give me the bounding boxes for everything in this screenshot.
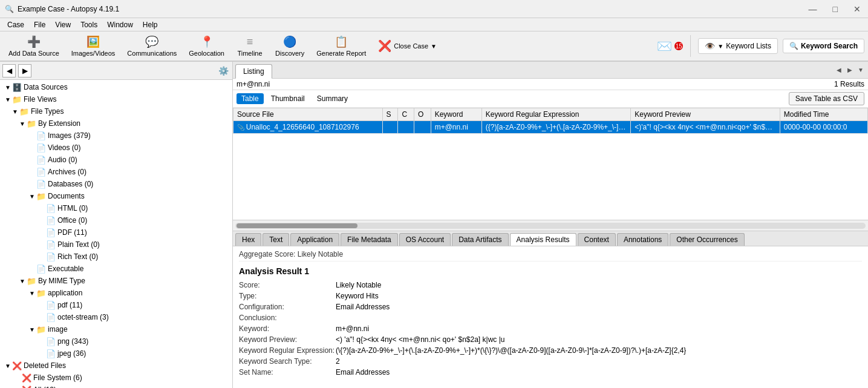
tree-item-png[interactable]: 📄 png (343) [0,335,232,347]
generate-report-button[interactable]: 📋 Generate Report [312,34,371,58]
tree-item-image[interactable]: ▼ 📁 image [0,323,232,335]
tree-item-office[interactable]: 📄 Office (0) [0,214,232,226]
tree-item-file-views[interactable]: ▼ 📁 File Views [0,93,232,105]
menu-case[interactable]: Case [2,21,29,29]
menu-view[interactable]: View [50,21,76,29]
tab-scroll-left[interactable]: ◀ [834,65,844,75]
tree-item-audio[interactable]: 📄 Audio (0) [0,154,232,166]
tree-item-app-pdf[interactable]: 📄 pdf (11) [0,299,232,311]
nav-forward-button[interactable]: ▶ [18,64,31,77]
menu-window[interactable]: Window [102,21,138,29]
expand-arrow: ▼ [29,326,36,333]
title-bar-controls: — □ ✕ [806,4,863,14]
tree-item-file-types[interactable]: ▼ 📁 File Types [0,105,232,117]
btab-other-occurrences[interactable]: Other Occurrences [670,233,744,246]
btab-text[interactable]: Text [263,233,289,246]
settings-button[interactable]: ⚙️ [217,64,230,77]
scroll-thumb[interactable] [237,223,357,228]
tree-item-by-extension[interactable]: ▼ 📁 By Extension [0,117,232,130]
subtab-table[interactable]: Table [237,93,264,104]
regex-label: Keyword Regular Expression: [239,346,336,355]
tree-item-application[interactable]: ▼ 📁 application [0,287,232,299]
close-button[interactable]: ✕ [851,4,863,14]
tree-item-file-system[interactable]: ❌ File System (6) [0,372,232,384]
communications-button[interactable]: 💬 Communications [122,34,181,58]
table-row[interactable]: 📎 Unalloc_4_12656640_1087102976m+@nn.ni(… [233,121,868,134]
tab-dropdown[interactable]: ▼ [856,65,866,75]
menu-file[interactable]: File [29,21,50,29]
title-bar-left: 🔍 Example Case - Autopsy 4.19.1 [5,5,119,13]
set-name-value: Email Addresses [336,368,390,376]
menu-help[interactable]: Help [138,21,163,29]
btab-file-metadata[interactable]: File Metadata [341,233,398,246]
maximize-button[interactable]: □ [830,4,840,14]
tree-item-all-deleted[interactable]: ❌ All (12) [0,384,232,388]
keyword-search-button[interactable]: 🔍 Keyword Search [783,39,864,53]
btab-os-account[interactable]: OS Account [399,233,451,246]
tab-listing[interactable]: Listing [235,64,272,79]
folder-icon: 📁 [12,95,22,104]
tree-item-data-sources[interactable]: ▼ 🗄️ Data Sources [0,81,232,93]
table-body: 📎 Unalloc_4_12656640_1087102976m+@nn.ni(… [233,121,868,134]
tree-item-videos[interactable]: 📄 Videos (0) [0,142,232,154]
score-label: Score: [239,281,336,289]
analysis-search-type-row: Keyword Search Type: 2 [239,357,862,366]
expand-arrow: ▼ [12,108,19,115]
discovery-icon: 🔵 [283,35,296,48]
btab-data-artifacts[interactable]: Data Artifacts [452,233,508,246]
file-tree: ▼ 🗄️ Data Sources ▼ 📁 File Views ▼ 📁 Fil… [0,80,232,388]
file-icon: 📄 [46,216,56,225]
communications-label: Communications [127,50,177,57]
deleted-file-icon: ❌ [22,373,31,383]
tab-scroll-right[interactable]: ▶ [845,65,855,75]
images-videos-button[interactable]: 🖼️ Images/Videos [67,34,120,58]
nav-back-button[interactable]: ◀ [2,64,16,77]
menu-tools[interactable]: Tools [76,21,102,29]
tree-item-databases[interactable]: 📄 Databases (0) [0,178,232,190]
left-toolbar: ◀ ▶ ⚙️ [0,62,232,80]
close-case-dropdown-icon[interactable]: ▼ [431,43,437,50]
keyword-value: m+@nn.ni [336,324,369,333]
tree-item-octet-stream[interactable]: 📄 octet-stream (3) [0,311,232,323]
horizontal-scrollbar[interactable] [233,220,868,231]
listing-header: m+@nn.ni 1 Results [233,79,868,90]
dropdown-icon: ▼ [717,43,723,50]
table-scroll[interactable]: Source File S C O Keyword Keyword Regula… [233,108,868,220]
tree-item-archives[interactable]: 📄 Archives (0) [0,166,232,178]
tree-item-documents[interactable]: ▼ 📁 Documents [0,190,232,202]
col-keyword-regex: Keyword Regular Expression [481,108,631,121]
btab-context[interactable]: Context [578,233,616,246]
geolocation-button[interactable]: 📍 Geolocation [184,34,229,58]
add-data-source-button[interactable]: ➕ Add Data Source [4,34,64,58]
eye-icon: 👁️ [705,41,715,51]
save-table-button[interactable]: Save Table as CSV [789,92,864,105]
subtab-thumbnail[interactable]: Thumbnail [266,93,310,104]
tree-item-images[interactable]: 📄 Images (379) [0,130,232,142]
file-icon: 📄 [46,240,56,249]
geolocation-label: Geolocation [189,50,224,57]
btab-application[interactable]: Application [290,233,339,246]
title-bar: 🔍 Example Case - Autopsy 4.19.1 — □ ✕ [0,0,868,18]
timeline-button[interactable]: ≡ Timeline [232,35,268,58]
analysis-title: Analysis Result 1 [239,266,862,276]
discovery-button[interactable]: 🔵 Discovery [270,34,309,58]
tree-item-html[interactable]: 📄 HTML (0) [0,202,232,214]
communications-icon: 💬 [145,35,158,48]
listing-tabs: Listing ◀ ▶ ▼ [233,62,868,79]
btab-hex[interactable]: Hex [235,233,261,246]
tree-item-rich-text[interactable]: 📄 Rich Text (0) [0,251,232,263]
tree-item-executable[interactable]: 📄 Executable [0,263,232,275]
tree-item-pdf[interactable]: 📄 PDF (11) [0,226,232,238]
btab-annotations[interactable]: Annotations [617,233,668,246]
subtab-summary[interactable]: Summary [312,93,353,104]
minimize-button[interactable]: — [806,4,820,14]
tree-item-jpeg[interactable]: 📄 jpeg (36) [0,347,232,360]
close-case-button[interactable]: ❌ Close Case ▼ [373,38,442,54]
tree-item-deleted-files[interactable]: ▼ ❌ Deleted Files [0,360,232,372]
btab-analysis-results[interactable]: Analysis Results [510,233,576,246]
timeline-icon: ≡ [247,36,253,48]
keyword-lists-button[interactable]: 👁️ ▼ Keyword Lists [698,38,778,54]
file-icon: 📄 [36,143,46,153]
tree-item-plain-text[interactable]: 📄 Plain Text (0) [0,238,232,251]
tree-item-by-mime[interactable]: ▼ 📁 By MIME Type [0,275,232,287]
